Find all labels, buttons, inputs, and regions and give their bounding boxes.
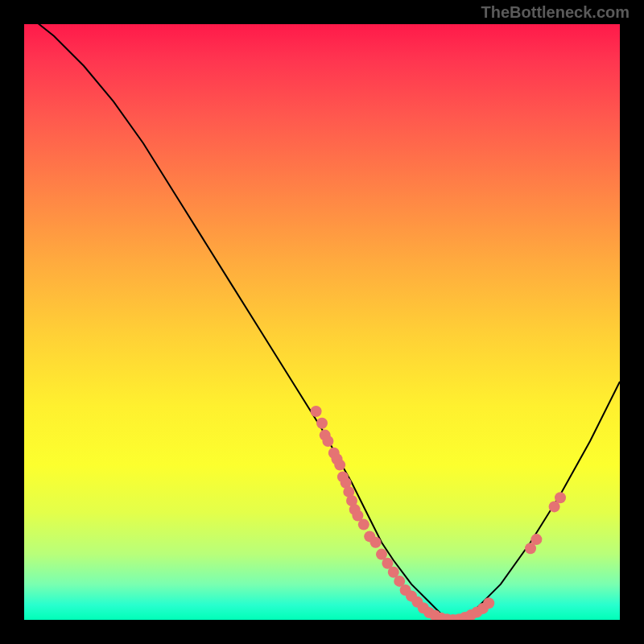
data-point [483,597,494,609]
data-point [316,418,328,429]
chart-scatter-points [311,406,566,620]
data-point [358,519,369,530]
data-point [530,534,542,545]
chart-plot-area [24,24,620,620]
chart-svg [24,24,620,620]
chart-line [24,24,620,620]
data-point [555,492,566,503]
data-point [334,460,345,471]
data-point [311,406,322,417]
data-point [322,436,333,447]
watermark-text: TheBottleneck.com [481,3,630,22]
data-point [370,537,382,548]
